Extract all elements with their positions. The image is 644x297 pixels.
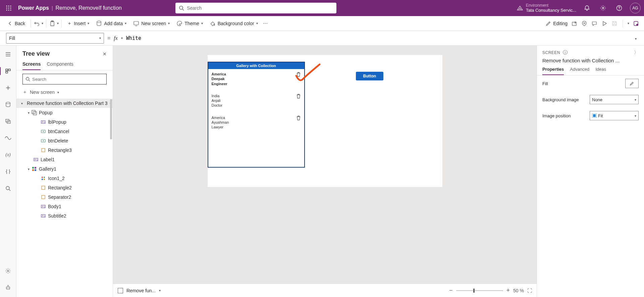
rail-virtual-agent-icon[interactable] [3, 282, 13, 293]
selection-checkbox[interactable] [118, 288, 123, 293]
rail-tree-icon[interactable] [3, 66, 13, 76]
user-avatar[interactable]: AG [630, 3, 641, 13]
info-icon[interactable]: ⓘ [563, 50, 568, 55]
property-selector[interactable]: Fill ▾ [6, 33, 104, 44]
back-button[interactable]: Back [5, 19, 28, 27]
theme-button[interactable]: Theme ▾ [174, 19, 206, 28]
undo-dropdown[interactable]: ▾ [42, 21, 43, 25]
tree-search-input[interactable] [32, 77, 104, 82]
tab-advanced[interactable]: Advanced [570, 67, 589, 75]
tree-item-label: Icon1_2 [48, 176, 65, 181]
tab-properties[interactable]: Properties [542, 67, 564, 75]
publish-icon[interactable] [633, 20, 639, 27]
tree-item[interactable]: Subtitle2 [16, 211, 113, 221]
fx-icon[interactable]: fx [114, 35, 118, 41]
image-fit-icon [592, 114, 597, 118]
gallery-row[interactable]: AmericaDeepakEngineer [208, 69, 304, 91]
paste-icon[interactable] [49, 20, 56, 27]
scrollbar-thumb[interactable] [110, 99, 112, 139]
undo-icon[interactable] [34, 20, 40, 27]
share-icon[interactable] [571, 20, 578, 27]
add-data-button[interactable]: Add data ▾ [93, 19, 129, 28]
gallery-row[interactable]: IndiaAnjaliDoctor [208, 91, 304, 113]
tab-ideas[interactable]: Ideas [595, 67, 606, 75]
formula-input[interactable] [126, 35, 630, 41]
tree-item[interactable]: Rectangle3 [16, 145, 113, 155]
rail-insert-icon[interactable] [3, 82, 13, 93]
rail-flows-icon[interactable] [3, 133, 13, 143]
environment-picker[interactable]: Environment Tata Consultancy Servic... [517, 3, 576, 13]
expand-icon[interactable]: ▾ [28, 111, 30, 115]
expand-icon[interactable]: ▾ [28, 167, 30, 171]
tree-item[interactable]: ▾Remove function with Collection Part 3⋯ [16, 99, 113, 108]
tab-screens[interactable]: Screens [22, 61, 41, 70]
bg-color-button[interactable]: Background color ▾ [207, 19, 261, 28]
rail-search-icon[interactable] [3, 183, 13, 194]
rail-variables-icon[interactable]: (x) [3, 150, 13, 160]
tree-item[interactable]: ▾Gallery1 [16, 164, 113, 174]
zoom-slider[interactable] [456, 290, 503, 291]
comments-icon[interactable] [591, 20, 598, 27]
paste-dropdown[interactable]: ▾ [57, 21, 59, 25]
play-icon[interactable] [601, 20, 608, 27]
save-dropdown[interactable]: ▾ [628, 21, 629, 25]
checker-icon[interactable] [581, 20, 588, 27]
tree-search[interactable] [22, 74, 107, 84]
rail-tools-icon[interactable] [3, 166, 13, 177]
fit-icon[interactable]: ⛶ [527, 288, 532, 293]
svg-rect-24 [6, 71, 8, 73]
rail-hamburger-icon[interactable] [3, 49, 13, 60]
tree-item[interactable]: Body1 [16, 202, 113, 211]
tree-item[interactable]: Label1 [16, 155, 113, 164]
zoom-out-icon[interactable]: − [449, 287, 453, 294]
tab-components[interactable]: Components [47, 61, 73, 70]
tree-item[interactable]: Separator2 [16, 192, 113, 202]
breadcrumb-dropdown[interactable]: ▾ [159, 289, 161, 292]
trash-icon[interactable] [296, 94, 301, 108]
new-screen-link[interactable]: ＋ New screen ▾ [16, 88, 113, 99]
global-search[interactable] [175, 3, 336, 13]
app-launcher-icon[interactable] [3, 3, 14, 13]
image-position-select[interactable]: Fit ▾ [590, 111, 639, 120]
collapse-icon[interactable]: 〉 [634, 50, 639, 56]
tree-item[interactable]: btnCancel [16, 127, 113, 136]
save-icon[interactable] [611, 20, 618, 27]
notifications-icon[interactable] [582, 3, 592, 13]
editing-mode-button[interactable]: Editing [546, 21, 568, 26]
settings-icon[interactable] [598, 3, 608, 13]
rail-media-icon[interactable] [3, 116, 13, 127]
expand-icon[interactable]: ▾ [21, 102, 23, 105]
fill-color-picker[interactable] [625, 79, 639, 88]
tree-item[interactable]: lblPopup [16, 117, 113, 127]
trash-icon[interactable] [296, 72, 301, 86]
canvas[interactable]: Gallery with Collection AmericaDeepakEng… [208, 55, 442, 187]
gallery-container[interactable]: Gallery with Collection AmericaDeepakEng… [208, 62, 305, 168]
trash-icon[interactable] [296, 115, 301, 130]
canvas-button[interactable]: Button [356, 72, 384, 80]
rail-settings-icon[interactable] [3, 265, 13, 276]
bg-image-select[interactable]: None ▾ [590, 95, 639, 104]
tree-item[interactable]: ▾Popup [16, 108, 113, 117]
zoom-thumb[interactable] [473, 289, 475, 293]
more-icon[interactable]: ⋯ [262, 20, 269, 27]
rail-data-icon[interactable] [3, 99, 13, 110]
zoom-in-icon[interactable]: + [506, 287, 510, 294]
tree-item-type-icon [41, 119, 46, 125]
tree-item-type-icon [32, 166, 37, 172]
chevron-down-icon: ▾ [168, 21, 170, 25]
help-icon[interactable] [614, 3, 625, 13]
tree-item[interactable]: Icon1_2 [16, 174, 113, 183]
breadcrumb[interactable]: Remove fun... [126, 288, 156, 293]
bg-image-value: None [592, 97, 602, 102]
gallery-row[interactable]: AmericaAyushmanLawyer [208, 113, 304, 134]
app-name[interactable]: Power Apps [18, 5, 49, 11]
tree-item[interactable]: btnDelete [16, 136, 113, 145]
close-icon[interactable]: ✕ [103, 51, 107, 57]
insert-button[interactable]: ＋ Insert ▾ [64, 19, 92, 28]
expand-formula-icon[interactable]: ▾ [634, 34, 638, 42]
fx-dropdown[interactable]: ▾ [121, 36, 123, 40]
new-screen-button[interactable]: New screen ▾ [130, 19, 172, 28]
tree-item[interactable]: Rectangle2 [16, 183, 113, 192]
svg-rect-23 [8, 69, 10, 71]
search-input[interactable] [187, 5, 333, 11]
